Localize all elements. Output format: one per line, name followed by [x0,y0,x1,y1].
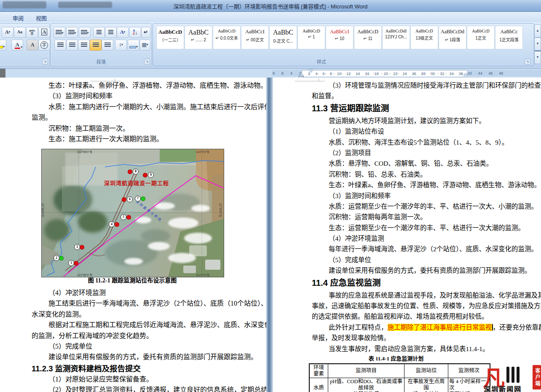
clear-formatting-button[interactable]: Aa [14,27,26,38]
increase-indent-button[interactable] [105,27,117,38]
text-line: 生态：运营期至少在一个潮汐年的丰、平、枯进行一次大潮的监测。 [312,223,541,233]
text-line: 的监测，分析工程海域的冲淤变化趋势。 [32,330,259,341]
align-left-button[interactable] [54,40,66,51]
shading-button[interactable]: ▾ [128,40,139,51]
text-line: 事故，迅速确定船舶事故发生的位置、性质、规模等，为应急反应对策措施及方案 [312,301,541,311]
right-page[interactable]: （3）环境管理与监测情况应随时接受海洋行政主管部门和环保部门的检查 和监督。 1… [273,78,541,392]
map-lines [42,149,224,277]
font-dialog-launcher[interactable]: ↘ [42,59,48,64]
distribute-button[interactable] [102,40,113,51]
ribbon: A▾ Aa wén文 A ▾ A▾ A 字 ↘ ▾ ▾ ▾ A▾ AZ↓ ↵ ↕… [0,22,541,69]
ruler-text-area: 2468101214161820222426283032343638 [302,70,479,77]
tab-view[interactable]: 视图 [32,13,51,23]
text-line: 水质：施工期内进行一个潮期的大、小潮监测。施工结束后进行一次后评估 [32,102,259,112]
map-coord: 113°55'0"东 [77,150,92,154]
enclose-characters-button[interactable]: 字 [38,40,50,51]
logo-bar [512,367,514,383]
style-card[interactable]: AaBbC0-正文 C... [269,26,297,49]
character-border-icon: A [41,29,48,35]
table-cell: 水质 [309,378,328,392]
text-line: 建设单位采用有偿服务的方式，委托有资质的监测部门开展跟踪监测。 [32,352,259,362]
character-border-button[interactable]: A [38,27,50,38]
justify-button[interactable] [90,40,102,51]
station-label: 1 [68,260,74,266]
font-color-button[interactable]: A▾ [11,40,23,51]
borders-icon: ▦ [142,42,147,48]
station-dot-1 [74,261,78,266]
style-card[interactable]: AaBbCcI↵ 10 [326,26,354,49]
enclose-characters-icon: 字 [40,41,48,49]
gallery-scroll-down-button[interactable]: ▼ [534,38,541,51]
style-card[interactable]: AaBbCcD1正文 [467,26,495,49]
text-line: 生态：叶绿素a、鱼卵仔鱼、浮游植物、浮游动物、底栖生物、游泳动物。 [32,80,259,91]
logo-bar [517,367,520,383]
character-shading-button[interactable]: A [27,40,38,51]
style-card[interactable]: AaBbCcD↵ 0.0.0文本 [213,26,241,49]
text-line: （2）监测项目 [312,148,541,158]
station-dot-4 [115,222,119,227]
multilevel-list-button[interactable]: ▾ [79,27,91,38]
styles-dialog-launcher[interactable]: ↘ [525,59,530,64]
line-spacing-button[interactable]: ↕▾ [115,40,127,51]
bullets-button[interactable]: ▾ [54,27,65,38]
document-area: 生态：叶绿素a、鱼卵仔鱼、浮游植物、浮游动物、底栖生物、游泳动物。 （3）监测时… [0,78,541,392]
show-hide-marks-button[interactable]: ↵ [141,27,150,38]
station-dot-6 [122,197,126,202]
ruler-right-margin: 42444648 [467,70,504,76]
style-card[interactable]: AaBbCcI↵ 00正文 [241,26,269,49]
window-title: 深圳湾航道疏浚工程（一期）环境影响报告书送审稿 [兼容模式] - Microso… [0,2,541,10]
style-card[interactable]: AaBbCcD（一二三） [156,26,184,49]
style-card[interactable]: AaBbC↵ ...... 2 [185,26,212,49]
align-center-button[interactable] [66,40,78,51]
station-dot-9 [143,173,147,177]
decrease-indent-button[interactable] [93,27,105,38]
page-gap [266,78,273,392]
borders-button[interactable]: ▦▾ [139,40,150,51]
align-left-icon [57,43,64,47]
style-card[interactable]: AaBbCcDd↵ 1段落 [439,26,466,49]
gallery-more-button[interactable]: ▼ [534,51,541,64]
station-dot-2 [59,256,64,260]
hanging-indent-marker[interactable] [299,73,303,76]
style-card[interactable]: AaBbCc1正文段落 [495,26,523,49]
sort-button[interactable]: AZ↓ [129,27,141,38]
station-dot-8 [128,169,132,174]
text-line: 生态：叶绿素a、鱼卵仔鱼、浮游植物、浮游动物、底栖生物、游泳动物。 [312,180,541,190]
station-dot-7 [141,196,145,201]
first-line-indent-marker[interactable] [309,70,313,72]
left-page[interactable]: 生态：叶绿素a、鱼卵仔鱼、浮游植物、浮游动物、底栖生物、游泳动物。 （3）监测时… [0,78,266,392]
numbering-button[interactable]: ▾ [66,27,78,38]
text-highlight-button[interactable]: ▾ [0,40,6,51]
multilevel-list-icon [81,30,87,35]
asian-layout-button[interactable]: A▾ [117,27,129,38]
text-line: 生态：施工期进行一次大潮期的监测。 [32,134,259,144]
right-indent-marker[interactable] [463,73,468,76]
style-card[interactable]: AaBbCcDdI123YJ Ch... [382,26,410,49]
header-cell: 监测站位 [404,364,448,378]
text-line: 监测。 [32,112,259,123]
left-page-text-block-1: 生态：叶绿素a、鱼卵仔鱼、浮游植物、浮游动物、底栖生物、游泳动物。 （3）监测时… [32,80,259,144]
style-card[interactable]: AaBbCcD↵ 11 [354,26,382,49]
increase-indent-icon [108,30,113,35]
word-window: 深圳湾航道疏浚工程（一期）环境影响报告书送审稿 [兼容模式] - Microso… [0,0,541,392]
logo-bar [506,367,509,383]
station-label: 9 [148,172,154,178]
character-shading-icon: A [31,42,35,48]
tab-review[interactable]: 审阅 [8,13,28,23]
phonetic-guide-button[interactable]: wén文 [26,27,38,38]
station-label: 7 [135,196,141,201]
font-group: A▾ Aa wén文 A ▾ A▾ A 字 ↘ [0,23,50,66]
gallery-scroll-up-button[interactable]: ▲ [534,24,541,38]
shading-icon [129,46,136,48]
tab-selector[interactable] [0,69,5,78]
align-right-button[interactable] [78,40,90,51]
station-label: 2 [54,255,59,261]
shrink-font-button[interactable]: A▾ [2,27,13,38]
station-dot-5 [126,215,131,220]
style-card[interactable]: AaBbCcD↵ 1 [297,26,325,49]
paragraph-dialog-launcher[interactable]: ↘ [144,59,150,64]
style-card[interactable]: AaBbCcD13级正文 [410,26,438,49]
logo-client-badge: 客户端 [533,365,541,389]
text-line: 施工结束后进行一季海域海流、悬浮泥沙（2个站位）、底质（10个站位）、 [32,298,259,309]
styles-group-label: 样式 [279,58,364,65]
